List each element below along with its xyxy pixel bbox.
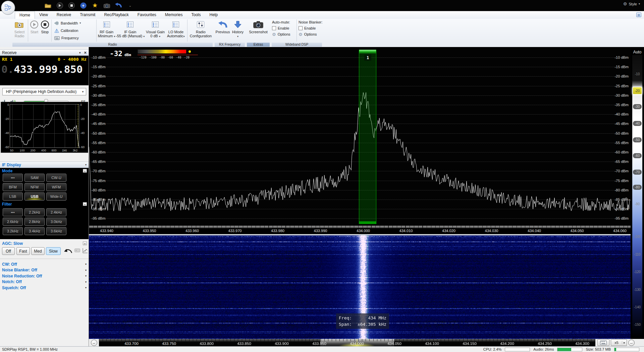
open-folder-icon[interactable]: [44, 2, 52, 9]
filter-button-32khz[interactable]: 3.2kHz: [3, 227, 23, 235]
audio-spectrum-graph[interactable]: 00-20-20-40-40-60-60501002004008001k63k2: [1, 102, 88, 153]
noise-blanker-enable-checkbox[interactable]: Enable: [298, 25, 322, 31]
screenshot-button[interactable]: Screenshot: [247, 19, 270, 42]
filter-button-36khz[interactable]: 3.6kHz: [46, 227, 66, 235]
ribbon-display-options-icon[interactable]: ▥: [636, 12, 641, 17]
frequency-display[interactable]: RX 1 0 - 4000 Hz 0.433.999.850: [0, 56, 89, 85]
if-gain-button[interactable]: IF Gain-55 dB (Manual) ▾: [115, 19, 145, 42]
frequency-button[interactable]: Frequency: [53, 34, 96, 42]
nav-pan-left-button[interactable]: ↔: [90, 339, 98, 346]
tab-home[interactable]: Home: [15, 11, 35, 19]
mode-button-nfm[interactable]: NFM: [24, 183, 45, 191]
mode-button-wfm[interactable]: WFM: [46, 183, 66, 191]
tuned-frequency-value[interactable]: 0.433.999.850: [1, 63, 87, 75]
audio-device-select[interactable]: HP (Périphérique High Definition Audio) …: [2, 88, 86, 95]
visual-gain-button[interactable]: Visual Gain0 dB ▾: [145, 19, 166, 42]
mode-button-[interactable]: •••: [3, 174, 23, 182]
palette-legend-bar[interactable]: [138, 49, 186, 54]
section-squelch[interactable]: Squelch: Off▾: [0, 285, 89, 291]
receive-panel: Receive ▾ × RX 1 0 - 4000 Hz 0.433.999.8…: [0, 47, 89, 346]
style-menu[interactable]: ⚙ Style ▾: [623, 2, 640, 6]
filter-button-30khz[interactable]: 3.0kHz: [46, 218, 66, 226]
mode-button-sam[interactable]: SAM: [24, 174, 45, 182]
chevron-down-icon[interactable]: ▾: [79, 51, 81, 54]
calibration-button[interactable]: Calibration: [53, 27, 96, 34]
stop-button[interactable]: Stop: [40, 19, 50, 42]
mode-button-lsb[interactable]: LSB: [3, 192, 23, 201]
tab-tools[interactable]: Tools: [187, 11, 205, 19]
palette-slider-handle[interactable]: -20: [632, 87, 642, 95]
channel-marker-band[interactable]: 1: [359, 50, 376, 224]
tab-transmit[interactable]: Transmit: [75, 11, 100, 19]
auto-mute-options-button[interactable]: ⚙Options: [271, 31, 296, 37]
waterfall-display[interactable]: Freq:434 MHz Span:±64.305 kHz: [89, 235, 631, 339]
play-icon[interactable]: [56, 2, 63, 9]
keyboard-entry-button[interactable]: [597, 339, 609, 346]
tab-memories[interactable]: Memories: [161, 11, 187, 19]
bandwidth-button[interactable]: Bandwidth▾: [53, 19, 96, 27]
mode-button-cwu[interactable]: CW-U: [46, 174, 66, 182]
section-noise-blanker[interactable]: Noise Blanker: Off▾: [0, 267, 89, 273]
collapse-agc-icon[interactable]: ▴: [83, 241, 87, 245]
spectrum-frequency-axis[interactable]: 433.940433.950433.960433.970433.980433.9…: [89, 226, 631, 234]
radio-configuration-button[interactable]: RadioConfiguration: [189, 19, 213, 42]
filter-button-[interactable]: •••: [3, 208, 23, 216]
section-cw[interactable]: CW: Off▾: [0, 261, 89, 267]
receive-panel-title: Receive: [2, 50, 16, 55]
application-menu-button[interactable]: [1, 1, 15, 15]
channel-marker-cap[interactable]: [359, 50, 376, 54]
mode-button-wideu[interactable]: Wide-U: [46, 192, 66, 201]
agc-button-slow[interactable]: Slow: [46, 247, 61, 255]
stop-icon[interactable]: [68, 2, 75, 9]
filter-button-26khz[interactable]: 2.6kHz: [3, 218, 23, 226]
tab-view[interactable]: View: [35, 11, 52, 19]
keyboard-icon: [54, 36, 60, 40]
agc-button-off[interactable]: Off: [2, 247, 15, 255]
previous-button[interactable]: Previous: [215, 19, 231, 42]
filter-button-34khz[interactable]: 3.4kHz: [24, 227, 45, 235]
camera-icon[interactable]: [103, 2, 110, 9]
chevron-down-icon[interactable]: ▾: [85, 163, 87, 166]
history-button[interactable]: History▾: [231, 19, 245, 42]
undo-icon[interactable]: [115, 2, 122, 9]
agc-graph-icon[interactable]: [82, 248, 88, 254]
nav-frequency-scale[interactable]: 433.700433.750433.800433.850433.900433.9…: [99, 339, 595, 346]
if-display-header[interactable]: IF Display ▾: [0, 162, 89, 168]
palette-gradient-slider[interactable]: -10-20-30-40-50-60-70-80-90-100-110-120-…: [632, 55, 642, 338]
customize-toolbar-icon[interactable]: ⌄: [126, 2, 134, 9]
mode-button-bfm[interactable]: BFM: [3, 183, 23, 191]
agc-reset-arrow-icon[interactable]: [64, 248, 72, 254]
lo-mode-button[interactable]: LO ModeAutomatic▾: [166, 19, 186, 42]
collapse-mode-icon[interactable]: ▴: [83, 169, 87, 173]
tab-favourites[interactable]: Favourites: [133, 11, 161, 19]
close-icon[interactable]: ×: [84, 50, 87, 55]
noise-blanker-options-button[interactable]: ⚙Options: [298, 31, 322, 37]
tab-help[interactable]: Help: [205, 11, 222, 19]
channel-marker-number[interactable]: 1: [364, 54, 371, 61]
tab-rec-playback[interactable]: Rec/Playback: [100, 11, 133, 19]
filter-button-24khz[interactable]: 2.4kHz: [46, 208, 66, 216]
agc-button-fast[interactable]: Fast: [16, 247, 30, 255]
section-noise-reduction[interactable]: Noise Reduction: Off▾: [0, 273, 89, 279]
palette-tick--90: -90: [632, 202, 642, 206]
zoom-x5-button[interactable]: x5 ▸: [611, 339, 627, 346]
freq-axis-label: 434.030: [485, 229, 498, 233]
agc-tag-icon[interactable]: [74, 248, 80, 253]
rf-gain-button[interactable]: RF GainMinimum ▾: [98, 19, 115, 42]
select-radio-button[interactable]: SelectRadio: [12, 19, 27, 42]
tab-receive[interactable]: Receive: [52, 11, 75, 19]
section-notch[interactable]: Notch: Off▾: [0, 279, 89, 285]
start-button[interactable]: Start: [29, 19, 40, 42]
agc-button-med[interactable]: Med: [31, 247, 45, 255]
filter-button-22khz[interactable]: 2.2kHz: [24, 208, 45, 216]
collapse-filter-icon[interactable]: ▴: [83, 202, 87, 206]
auto-mute-enable-checkbox[interactable]: Enable: [271, 25, 296, 31]
add-icon[interactable]: +: [79, 2, 87, 9]
filter-button-28khz[interactable]: 2.8kHz: [24, 218, 45, 226]
favourite-star-icon[interactable]: ★: [91, 2, 99, 9]
mode-button-usb[interactable]: USB: [24, 192, 45, 201]
receive-panel-header[interactable]: Receive ▾ ×: [0, 49, 89, 56]
spectrum-display[interactable]: -10 dBm-10 dBm-15 dBm-15 dBm-20 dBm-20 d…: [89, 47, 631, 226]
chevron-down-icon: ▾: [639, 3, 640, 5]
nav-pan-right-button[interactable]: ↔: [628, 340, 635, 346]
